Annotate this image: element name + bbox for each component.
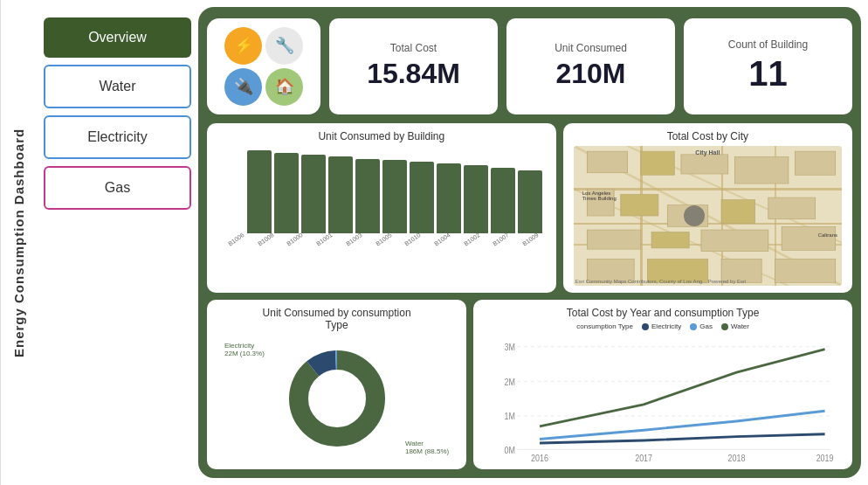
svg-text:2017: 2017 [635, 453, 652, 462]
kpi-count-building-label: Count of Building [728, 38, 808, 51]
svg-rect-9 [795, 151, 835, 175]
bar-B1006 [247, 150, 272, 233]
bars-container [244, 146, 546, 233]
bar-labels: B1006B1008B1000B1001B1003B1005B1010B1004… [217, 233, 546, 243]
bar-B1003 [355, 159, 380, 233]
map-city-marker [684, 205, 705, 226]
svg-text:3M: 3M [505, 343, 515, 353]
house-icon: 🏠 [265, 68, 303, 106]
nav-item-water[interactable]: Water [44, 65, 191, 108]
kpi-count-building-value: 11 [748, 54, 788, 94]
donut-svg [285, 346, 389, 451]
donut-title: Unit Consumed by consumption Type [217, 307, 456, 331]
donut-electricity-legend: Electricity 22M (10.3%) [224, 342, 265, 357]
legend-water: Water [721, 322, 749, 330]
svg-rect-4 [640, 151, 673, 175]
svg-text:1M: 1M [505, 412, 515, 422]
donut-water-legend: Water 186M (88.5%) [405, 440, 449, 455]
svg-text:2019: 2019 [816, 453, 834, 462]
legend-gas: Gas [690, 322, 713, 330]
line-title: Total Cost by Year and consumption Type [484, 307, 842, 319]
bar-chart-wrapper: 20M 0M [217, 146, 546, 233]
svg-rect-13 [587, 230, 640, 249]
nav-item-electricity[interactable]: Electricity [44, 115, 191, 159]
kpi-total-cost-value: 15.84M [367, 58, 460, 90]
map-card: Total Cost by City [563, 123, 852, 293]
svg-text:2M: 2M [505, 377, 515, 387]
map-area: City Hall Los AngelesTimes Building Calt… [574, 146, 842, 286]
svg-rect-20 [775, 259, 835, 282]
bar-chart-card: Unit Consumed by Building 20M 0M B1006B1… [207, 123, 556, 293]
sidebar-title: Energy Consumption Dashboard [0, 0, 37, 485]
bar-chart-title: Unit Consumed by Building [217, 130, 546, 142]
map-title: Total Cost by City [574, 130, 842, 142]
line-card: Total Cost by Year and consumption Type … [473, 300, 852, 469]
legend-dot-electricity [642, 323, 649, 330]
water-tap-icon: 🔧 [265, 27, 303, 65]
bar-B1000 [301, 155, 326, 233]
legend-dot-water [721, 323, 728, 330]
dashboard-container: Energy Consumption Dashboard Overview Wa… [0, 0, 868, 485]
bar-B1008 [274, 153, 299, 233]
svg-point-24 [309, 371, 365, 426]
nav-item-gas[interactable]: Gas [44, 166, 191, 210]
map-label-times: Los AngelesTimes Building [582, 191, 617, 201]
svg-rect-11 [721, 200, 754, 224]
bar-B1001 [328, 156, 353, 233]
top-row: ⚡ 🔧 🔌 🏠 Total Cost 15.84M Unit Consumed … [207, 16, 852, 116]
legend-dot-gas [690, 323, 697, 330]
bar-B1004 [437, 163, 461, 233]
nav-item-overview[interactable]: Overview [44, 17, 191, 58]
kpi-count-building: Count of Building 11 [684, 18, 852, 114]
svg-rect-5 [681, 155, 728, 174]
kpi-unit-consumed-value: 210M [555, 58, 625, 90]
svg-rect-3 [587, 151, 627, 173]
svg-rect-15 [701, 230, 768, 252]
svg-rect-8 [734, 156, 788, 184]
legend-electricity: Electricity [642, 322, 681, 330]
bar-B1005 [382, 160, 407, 233]
kpi-unit-consumed-label: Unit Consumed [555, 42, 627, 54]
svg-rect-7 [620, 194, 658, 216]
line-chart-area: 3M 2M 1M 0M 2016 2017 2018 2019 [484, 334, 842, 462]
donut-card: Unit Consumed by consumption Type Electr… [207, 300, 466, 469]
map-label-cityhall: City Hall [695, 149, 720, 156]
svg-rect-14 [651, 232, 689, 247]
svg-text:2016: 2016 [531, 453, 548, 462]
svg-rect-16 [782, 226, 835, 250]
nav-panel: Overview Water Electricity Gas [37, 0, 198, 485]
plug-icon: 🔌 [224, 68, 262, 106]
icon-box: ⚡ 🔧 🔌 🏠 [207, 18, 320, 114]
map-label-caltrans: Caltrans [818, 232, 837, 238]
bar-B1009 [518, 170, 542, 233]
donut-area: Electricity 22M (10.3%) Water [217, 335, 456, 462]
bar-B1002 [464, 165, 488, 233]
line-legend: consumption Type Electricity Gas Water [484, 322, 842, 330]
icon-grid: ⚡ 🔧 🔌 🏠 [224, 27, 303, 106]
kpi-unit-consumed: Unit Consumed 210M [506, 18, 675, 114]
svg-text:0M: 0M [505, 445, 515, 455]
bar-B1007 [491, 168, 515, 233]
kpi-total-cost: Total Cost 15.84M [329, 18, 498, 114]
main-content: ⚡ 🔧 🔌 🏠 Total Cost 15.84M Unit Consumed … [198, 7, 861, 478]
svg-text:2018: 2018 [728, 453, 746, 462]
middle-row: Unit Consumed by Building 20M 0M B1006B1… [207, 123, 852, 293]
kpi-total-cost-label: Total Cost [390, 42, 437, 54]
svg-rect-12 [768, 197, 815, 219]
bar-B1010 [410, 162, 434, 233]
line-svg: 3M 2M 1M 0M 2016 2017 2018 2019 [484, 334, 842, 462]
bottom-row: Unit Consumed by consumption Type Electr… [207, 300, 852, 469]
lightning-icon: ⚡ [224, 27, 262, 65]
map-attribution: Esri Community Maps Contributors, County… [575, 279, 747, 284]
